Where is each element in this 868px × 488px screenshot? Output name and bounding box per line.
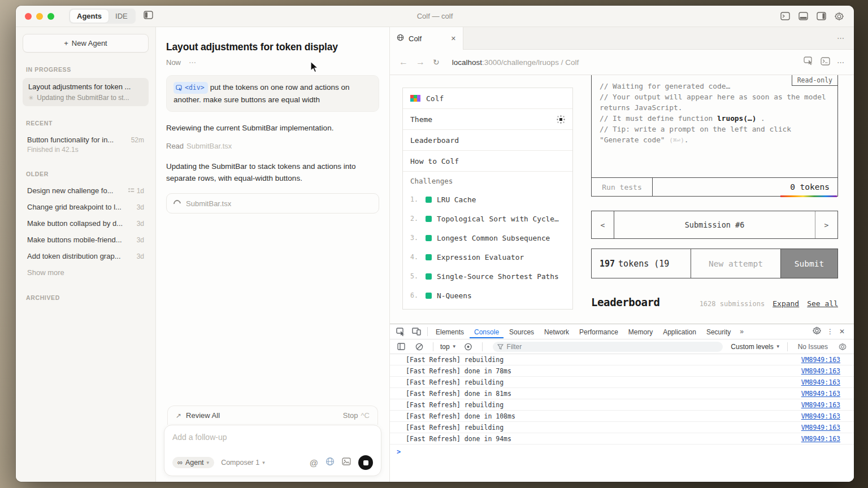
eye-icon[interactable] — [461, 343, 475, 351]
challenge-item-5[interactable]: 5.Single-Source Shortest Paths — [403, 267, 572, 286]
issues-counter[interactable]: No Issues — [795, 343, 831, 351]
section-recent: RECENT — [26, 120, 145, 127]
device-toolbar-icon[interactable] — [409, 328, 424, 336]
back-button[interactable]: ← — [399, 57, 408, 67]
console-log-list[interactable]: [Fast Refresh] rebuildingVM8949:163 [Fas… — [390, 354, 854, 482]
chat-menu-button[interactable]: ⋯ — [189, 58, 197, 67]
challenge-item-6[interactable]: 6.N-Queens — [403, 286, 572, 305]
sidebar-toggle-icon[interactable] — [144, 11, 153, 21]
reload-button[interactable]: ↻ — [433, 58, 440, 67]
working-file-card[interactable]: SubmitBar.tsx — [166, 193, 379, 213]
terminal-panel-icon[interactable] — [780, 12, 790, 21]
agents-sidebar: + New Agent IN PROGRESS Layout adjustmen… — [16, 27, 156, 482]
globe-icon[interactable] — [326, 457, 335, 468]
mention-icon[interactable]: @ — [310, 458, 318, 468]
more-tabs-button[interactable]: » — [736, 328, 747, 336]
next-submission-button[interactable]: > — [815, 211, 837, 238]
composer-dropdown[interactable]: Composer 1 ▾ — [221, 459, 265, 467]
image-icon[interactable] — [342, 457, 351, 468]
custom-levels-dropdown[interactable]: Custom levels▼ — [731, 343, 780, 351]
right-panel-icon[interactable] — [817, 12, 826, 21]
close-window-button[interactable] — [25, 13, 32, 20]
log-source-link[interactable]: VM8949:163 — [801, 412, 840, 420]
bottom-panel-icon[interactable] — [798, 12, 808, 21]
sidebar-item-older-1[interactable]: Design new challenge fo... 1d — [23, 182, 149, 199]
read-file-name[interactable]: SubmitBar.tsx — [186, 142, 232, 150]
devtools-tab-performance[interactable]: Performance — [575, 325, 623, 338]
log-source-link[interactable]: VM8949:163 — [801, 356, 840, 364]
show-more-link[interactable]: Show more — [23, 264, 149, 281]
console-settings-icon[interactable] — [836, 343, 849, 351]
colf-brand-row[interactable]: Colf — [403, 88, 572, 109]
zoom-window-button[interactable] — [47, 13, 54, 20]
tab-ide[interactable]: IDE — [108, 10, 134, 23]
address-bar[interactable]: localhost:3000/challenge/lruops / Colf — [452, 58, 796, 67]
console-icon[interactable] — [821, 57, 830, 68]
generated-code-area[interactable]: // Waiting for generated code… // Your o… — [592, 75, 837, 178]
devtools-tab-sources[interactable]: Sources — [505, 325, 539, 338]
context-selector[interactable]: top▼ — [440, 343, 457, 351]
devtools-tab-application[interactable]: Application — [658, 325, 701, 338]
challenge-item-2[interactable]: 2.Topological Sort with Cycle… — [403, 209, 572, 228]
devtools-tab-elements[interactable]: Elements — [431, 325, 468, 338]
tabstrip-menu-button[interactable]: ⋯ — [837, 34, 845, 42]
follow-up-composer: Add a follow-up ∞ Agent ▾ Composer 1 ▾ @ — [164, 425, 381, 476]
sidebar-item-older-4[interactable]: Make buttons mobile-friend... 3d — [23, 232, 149, 248]
devtools-tab-security[interactable]: Security — [702, 325, 735, 338]
follow-up-input[interactable]: Add a follow-up — [172, 433, 373, 442]
sidebar-item-older-2[interactable]: Change grid breakpoint to l... 3d — [23, 199, 149, 215]
log-source-link[interactable]: VM8949:163 — [801, 401, 840, 409]
settings-gear-icon[interactable] — [835, 12, 844, 21]
see-all-link[interactable]: See all — [807, 299, 838, 308]
devtools-menu-icon[interactable]: ⋮ — [827, 328, 834, 336]
log-source-link[interactable]: VM8949:163 — [801, 367, 840, 375]
nav-how-to-colf[interactable]: How to Colf — [403, 151, 572, 172]
devtools-settings-icon[interactable] — [813, 326, 821, 337]
tab-close-icon[interactable]: ✕ — [451, 35, 456, 42]
forward-button[interactable]: → — [416, 57, 425, 67]
submit-button[interactable]: Submit — [781, 249, 838, 278]
window-titlebar: Colf — colf Agents IDE — [16, 6, 854, 27]
console-sidebar-icon[interactable] — [394, 343, 408, 350]
review-all-button[interactable]: ↗ Review All — [176, 411, 220, 420]
devtools-tab-console[interactable]: Console — [470, 325, 504, 338]
console-prompt[interactable]: > — [390, 445, 854, 456]
expand-link[interactable]: Expand — [772, 299, 799, 308]
console-filter-input[interactable]: Filter — [493, 342, 723, 352]
section-archived: ARCHIVED — [26, 294, 145, 301]
nav-leaderboard[interactable]: Leaderboard — [403, 130, 572, 151]
inspect-element-icon[interactable] — [393, 328, 408, 336]
challenge-item-4[interactable]: 4.Expression Evaluator — [403, 247, 572, 267]
sidebar-item-older-5[interactable]: Add token distribution grap... 3d — [23, 248, 149, 264]
stop-generation-button[interactable] — [358, 455, 373, 470]
minimize-window-button[interactable] — [36, 13, 43, 20]
devtools-tab-network[interactable]: Network — [540, 325, 574, 338]
log-source-link[interactable]: VM8949:163 — [801, 424, 840, 432]
nav-theme[interactable]: Theme — [403, 109, 572, 130]
element-reference-chip[interactable]: <div> — [173, 82, 208, 93]
select-element-icon[interactable] — [804, 56, 814, 68]
devtools-tab-memory[interactable]: Memory — [624, 325, 657, 338]
stop-button[interactable]: Stop^C — [343, 411, 370, 420]
agent-mode-dropdown[interactable]: ∞ Agent ▾ — [172, 457, 214, 468]
sidebar-item-current[interactable]: Layout adjustments for token ... ✳ Updat… — [23, 78, 149, 106]
challenge-item-1[interactable]: 1.LRU Cache — [403, 190, 572, 209]
clear-console-icon[interactable] — [413, 343, 426, 351]
log-source-link[interactable]: VM8949:163 — [801, 378, 840, 386]
prev-submission-button[interactable]: < — [592, 211, 614, 238]
browser-tab-colf[interactable]: Colf ✕ — [390, 27, 463, 50]
tab-agents[interactable]: Agents — [70, 10, 108, 23]
challenge-item-3[interactable]: 3.Longest Common Subsequence — [403, 228, 572, 247]
new-agent-button[interactable]: + New Agent — [23, 34, 149, 53]
rainbow-progress-bar — [780, 195, 837, 197]
browser-menu-button[interactable]: ⋯ — [837, 58, 845, 67]
log-source-link[interactable]: VM8949:163 — [801, 435, 840, 443]
theme-sun-icon[interactable] — [557, 115, 565, 124]
devtools-close-icon[interactable]: ✕ — [839, 328, 845, 336]
log-source-link[interactable]: VM8949:163 — [801, 390, 840, 398]
token-counter: 0 tokens — [653, 182, 837, 191]
sidebar-item-older-3[interactable]: Make button collapsed by d... 3d — [23, 215, 149, 232]
new-attempt-button[interactable]: New attempt — [691, 249, 781, 278]
chat-title: Layout adjustments for token display — [166, 41, 379, 53]
run-tests-button[interactable]: Run tests — [592, 178, 653, 196]
